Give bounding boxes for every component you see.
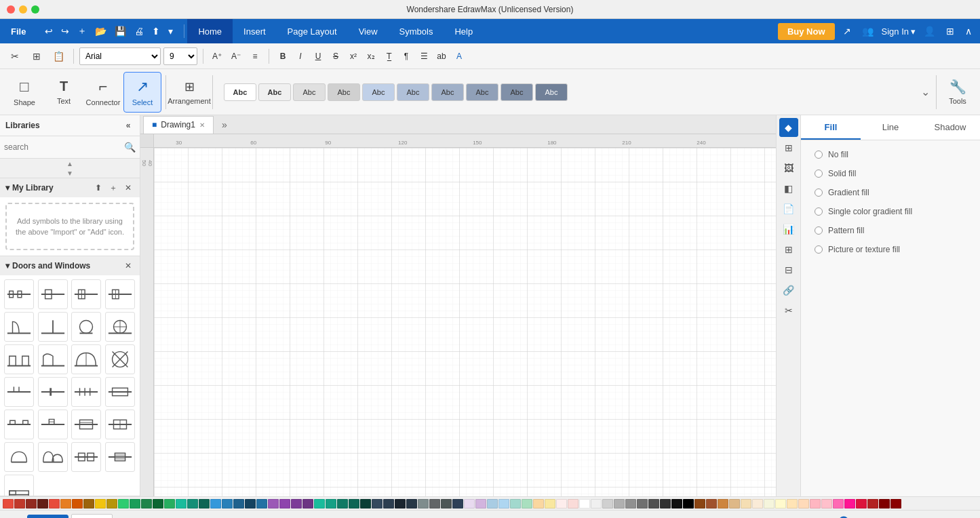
color-swatch[interactable] [383, 499, 394, 509]
color-swatch[interactable] [683, 499, 694, 509]
shape-item[interactable] [4, 410, 34, 439]
strikethrough-button[interactable]: S [328, 48, 344, 64]
color-swatch[interactable] [464, 499, 475, 509]
more-styles-button[interactable]: ⌄ [918, 72, 932, 113]
color-swatch[interactable] [856, 499, 867, 509]
color-swatch[interactable] [648, 499, 659, 509]
close-tab-button[interactable]: ✕ [199, 121, 205, 129]
close-doors-button[interactable]: ✕ [122, 260, 134, 272]
export-button[interactable]: ⬆ [149, 24, 163, 38]
chart-panel-button[interactable]: 📊 [779, 220, 798, 239]
grid-panel-button[interactable]: ⊞ [779, 138, 798, 157]
scroll-down-button[interactable]: ▼ [0, 168, 140, 178]
color-swatch[interactable] [326, 499, 336, 509]
search-input[interactable] [4, 139, 121, 155]
shape-item[interactable] [4, 344, 34, 374]
color-swatch[interactable] [60, 499, 71, 509]
color-swatch[interactable] [106, 499, 117, 509]
minimize-button[interactable] [19, 5, 27, 14]
superscript-button[interactable]: x² [345, 48, 361, 64]
zoom-slider[interactable] [828, 516, 882, 519]
shape-item[interactable] [105, 344, 135, 374]
color-swatch[interactable] [49, 499, 60, 509]
color-swatch[interactable] [360, 499, 371, 509]
fullscreen-button[interactable]: ⤢ [961, 515, 975, 519]
color-swatch[interactable] [14, 499, 25, 509]
subscript-button[interactable]: x₂ [363, 48, 379, 64]
share-icon[interactable]: ↗ [840, 24, 854, 38]
color-swatch[interactable] [579, 499, 590, 509]
color-swatch[interactable] [545, 499, 555, 509]
color-swatch[interactable] [568, 499, 579, 509]
zoom-in-button[interactable]: + [886, 515, 900, 519]
text-align-button[interactable]: ab [433, 48, 450, 64]
collapse-menu-icon[interactable]: ∧ [962, 24, 975, 38]
doors-windows-header[interactable]: ▾ Doors and Windows ✕ [0, 256, 140, 275]
color-swatch[interactable] [210, 499, 221, 509]
font-color-button[interactable]: A [451, 48, 467, 64]
swatch-5[interactable]: Abc [362, 83, 395, 101]
color-swatch[interactable] [844, 499, 855, 509]
color-swatch[interactable] [452, 499, 463, 509]
color-swatch[interactable] [498, 499, 509, 509]
menu-tab-symbols[interactable]: Symbols [389, 19, 444, 43]
swatch-1[interactable]: Abc [224, 83, 256, 101]
color-swatch[interactable] [798, 499, 809, 509]
shape-item[interactable] [4, 475, 34, 496]
collapse-panels-button[interactable]: » [216, 117, 233, 133]
color-swatch[interactable] [694, 499, 705, 509]
color-swatch[interactable] [764, 499, 775, 509]
swatch-3[interactable]: Abc [293, 83, 326, 101]
swatch-6[interactable]: Abc [397, 83, 429, 101]
picture-texture-radio[interactable] [815, 245, 823, 254]
shape-item[interactable] [38, 279, 68, 309]
color-swatch[interactable] [510, 499, 521, 509]
color-swatch[interactable] [199, 499, 210, 509]
shape-item[interactable] [38, 377, 68, 407]
shape-item[interactable] [38, 442, 68, 472]
shape-item[interactable] [71, 344, 101, 374]
font-size-select[interactable]: 9 [163, 47, 197, 65]
color-swatch[interactable] [821, 499, 832, 509]
account-icon[interactable]: 👤 [921, 24, 938, 38]
no-fill-radio[interactable] [815, 151, 823, 159]
color-swatch[interactable] [533, 499, 544, 509]
menu-tab-pagelayout[interactable]: Page Layout [277, 19, 348, 43]
shape-item[interactable] [105, 442, 135, 472]
color-swatch[interactable] [602, 499, 613, 509]
color-swatch[interactable] [372, 499, 383, 509]
underline-button[interactable]: U [310, 48, 326, 64]
shape-item[interactable] [71, 442, 101, 472]
drawing-canvas[interactable] [154, 148, 776, 496]
image-panel-button[interactable]: 🖼 [779, 159, 798, 178]
shape-tool[interactable]: □ Shape [5, 72, 43, 113]
paragraph-button[interactable]: ¶ [398, 48, 414, 64]
search-icon[interactable]: 🔍 [124, 142, 136, 153]
shape-item[interactable] [38, 410, 68, 439]
collapse-sidebar-button[interactable]: « [122, 119, 134, 132]
fill-panel-button[interactable]: ◆ [779, 118, 798, 137]
color-swatch[interactable] [475, 499, 486, 509]
open-button[interactable]: 📂 [92, 24, 109, 38]
notes-panel-button[interactable]: 📄 [779, 199, 798, 218]
color-swatch[interactable] [268, 499, 279, 509]
close-library-button[interactable]: ✕ [122, 182, 134, 194]
align-button[interactable]: ≡ [247, 48, 263, 64]
swatch-10[interactable]: Abc [535, 83, 568, 101]
undo-button[interactable]: ↩ [42, 24, 56, 38]
color-swatch[interactable] [660, 499, 671, 509]
fill-tab[interactable]: Fill [801, 115, 861, 140]
color-swatch[interactable] [429, 499, 440, 509]
my-library-header[interactable]: ▾ My Library ⬆ ＋ ✕ [0, 178, 140, 197]
color-swatch[interactable] [752, 499, 763, 509]
color-swatch[interactable] [591, 499, 602, 509]
swatch-4[interactable]: Abc [328, 83, 360, 101]
shape-item[interactable] [105, 279, 135, 309]
color-swatch[interactable] [176, 499, 187, 509]
more-button[interactable]: ▾ [165, 24, 176, 38]
link-panel-button[interactable]: 🔗 [779, 281, 798, 300]
cut-button[interactable]: ✂ [5, 47, 24, 66]
color-swatch[interactable] [130, 499, 140, 509]
formula-panel-button[interactable]: ⊟ [779, 260, 798, 279]
maximize-button[interactable] [31, 5, 39, 14]
